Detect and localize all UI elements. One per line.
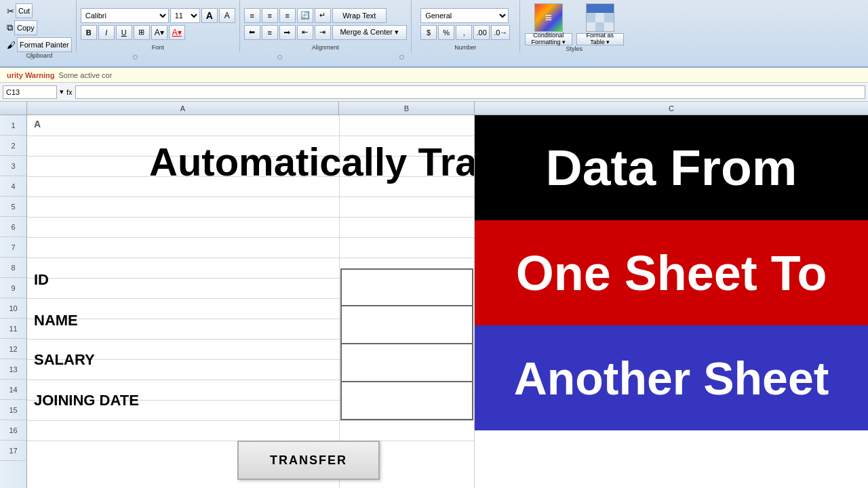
copy-button[interactable]: Copy [14, 20, 37, 35]
row-7: 7 [0, 237, 26, 258]
grid-hline-4 [27, 197, 474, 197]
increase-decimal-button[interactable]: .0→ [491, 25, 510, 40]
conditional-formatting-icon: ≡ [534, 3, 563, 32]
row-16: 16 [0, 420, 26, 441]
copy-icon: ⧉ [7, 22, 13, 33]
bold-button[interactable]: B [81, 25, 97, 40]
alignment-bottom-row: ⬅ ≡ ⮕ ⇤ ⇥ Merge & Center ▾ [244, 25, 407, 40]
ribbon-toolbar: ✂ Cut ⧉ Copy 🖌 Format Painter Clipboard [0, 0, 868, 53]
italic-button[interactable]: I [98, 25, 115, 40]
decrease-decimal-button[interactable]: .00 [473, 25, 490, 40]
fill-color-button[interactable]: A▾ [151, 25, 167, 40]
grid-hline-1 [27, 136, 474, 136]
clipboard-content: ✂ Cut ⧉ Copy 🖌 Format Painter [7, 3, 72, 52]
underline-button[interactable]: U [116, 25, 132, 40]
row-15: 15 [0, 400, 26, 420]
ribbon: ✂ Cut ⧉ Copy 🖌 Format Painter Clipboard [0, 0, 868, 68]
font-color-button[interactable]: A▾ [169, 25, 185, 40]
styles-content: ≡ Conditional Formatting ▾ Format as Tab… [525, 3, 624, 45]
align-top-center-button[interactable]: ≡ [262, 8, 278, 23]
col-header-a: A [27, 102, 339, 115]
row-4: 4 [0, 176, 26, 197]
corner-cell [0, 102, 27, 115]
id-input-cell[interactable] [340, 268, 473, 306]
joining-date-input-cell[interactable] [340, 382, 473, 420]
cut-row: ✂ Cut [7, 3, 33, 18]
id-label: ID [34, 271, 49, 289]
data-from-text: Data From [546, 142, 797, 193]
font-name-row: Calibri 11 A A [81, 8, 235, 23]
number-expand[interactable]: ⬡ [347, 54, 456, 60]
salary-label: SALARY [34, 351, 95, 369]
row-10: 10 [0, 298, 26, 319]
salary-input-cell[interactable] [340, 344, 473, 382]
clipboard-section: ✂ Cut ⧉ Copy 🖌 Format Painter Clipboard [3, 1, 77, 52]
decrease-indent-button[interactable]: ⇤ [297, 25, 313, 40]
border-button[interactable]: ⊞ [134, 25, 150, 40]
format-as-table-button[interactable]: Format as Table ▾ [576, 33, 624, 45]
right-panel: Data From One Sheet To Another Sheet [475, 115, 868, 488]
name-label: NAME [34, 312, 78, 329]
number-format-row: General [420, 8, 509, 23]
alignment-content: ≡ ≡ ≡ 🔄 ↵ Wrap Text ⬅ ≡ ⮕ ⇤ ⇥ Merge & Ce… [244, 3, 407, 44]
scissors-icon: ✂ [7, 6, 14, 16]
increase-indent-button[interactable]: ⇥ [315, 25, 331, 40]
conditional-formatting-button[interactable]: Conditional Formatting ▾ [525, 33, 572, 45]
format-painter-row: 🖌 Format Painter [7, 37, 72, 52]
row-1: 1 [0, 115, 26, 136]
grid-hline-15 [27, 420, 474, 421]
joining-date-label: JOINING DATE [34, 392, 139, 409]
align-left-button[interactable]: ⬅ [244, 25, 260, 40]
red-panel: One Sheet To [475, 220, 868, 325]
align-center-button[interactable]: ≡ [262, 25, 278, 40]
font-size-select[interactable]: 11 [170, 8, 200, 23]
paintbrush-icon: 🖌 [7, 40, 16, 50]
align-top-right-button[interactable]: ≡ [279, 8, 296, 23]
row-5: 5 [0, 197, 26, 217]
cell-reference-box: C13 [3, 85, 57, 99]
wrap-text-button[interactable]: Wrap Text [332, 8, 387, 23]
blue-panel: Another Sheet [475, 325, 868, 430]
dollar-button[interactable]: $ [420, 25, 437, 40]
orientation-button[interactable]: 🔄 [297, 8, 313, 23]
percent-button[interactable]: % [438, 25, 454, 40]
cut-button[interactable]: Cut [16, 3, 33, 18]
alignment-section: ≡ ≡ ≡ 🔄 ↵ Wrap Text ⬅ ≡ ⮕ ⇤ ⇥ Merge & Ce… [240, 1, 412, 52]
row-14: 14 [0, 380, 26, 400]
row-17: 17 [0, 441, 26, 461]
increase-font-button[interactable]: A [201, 8, 218, 23]
row-numbers-column: 1 2 3 4 5 6 7 8 9 10 11 12 13 14 15 16 1… [0, 115, 27, 488]
transfer-button[interactable]: TRANSFER [237, 441, 380, 480]
merge-center-button[interactable]: Merge & Center ▾ [332, 25, 407, 40]
name-input-cell[interactable] [340, 306, 473, 344]
row-13: 13 [0, 359, 26, 380]
number-content: General $ % , .00 .0→ [420, 3, 510, 44]
indent-button[interactable]: ↵ [315, 8, 331, 23]
number-btns-row: $ % , .00 .0→ [420, 25, 510, 40]
clipboard-expand[interactable]: ⬡ [4, 54, 58, 60]
number-format-select[interactable]: General [420, 8, 509, 23]
col-header-b: B [339, 102, 475, 115]
font-expand[interactable]: ⬡ [58, 54, 212, 60]
formula-bar: C13 ▾ fx [0, 83, 868, 102]
alignment-expand[interactable]: ⬡ [212, 54, 347, 60]
comma-button[interactable]: , [456, 25, 472, 40]
col-header-c: C [475, 102, 868, 115]
another-sheet-text: Another Sheet [514, 355, 829, 401]
font-name-select[interactable]: Calibri [81, 8, 169, 23]
black-panel: Data From [475, 115, 868, 220]
format-painter-button[interactable]: Format Painter [17, 37, 72, 52]
expand-formula-button[interactable]: ▾ [60, 87, 64, 96]
align-top-left-button[interactable]: ≡ [244, 8, 260, 23]
row-2: 2 [0, 136, 26, 156]
one-sheet-to-text: One Sheet To [516, 249, 827, 298]
alignment-label: Alignment [312, 44, 339, 52]
column-headers-row: A B C [0, 102, 868, 115]
align-right-button[interactable]: ⮕ [279, 25, 296, 40]
overlay-title-line1: Automatically Transfer [149, 142, 474, 182]
font-format-row: B I U ⊞ A▾ A▾ [81, 25, 185, 40]
styles-section: ≡ Conditional Formatting ▾ Format as Tab… [520, 1, 629, 52]
formula-input[interactable] [75, 85, 865, 99]
decrease-font-button[interactable]: A [219, 8, 235, 23]
row-9: 9 [0, 278, 26, 298]
